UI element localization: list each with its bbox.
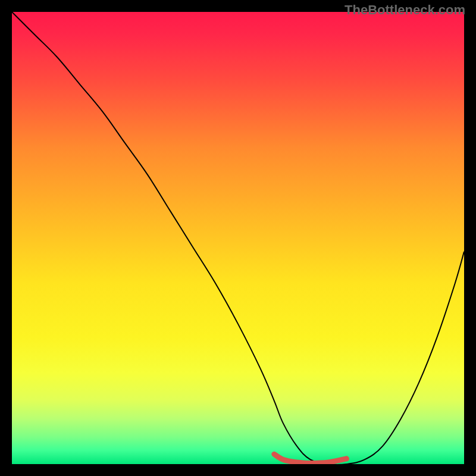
curve-layer [12, 12, 464, 464]
plot-area [12, 12, 464, 464]
sweet-spot-marker [274, 454, 347, 463]
bottleneck-curve [12, 12, 464, 464]
watermark-text: TheBottleneck.com [345, 2, 465, 18]
